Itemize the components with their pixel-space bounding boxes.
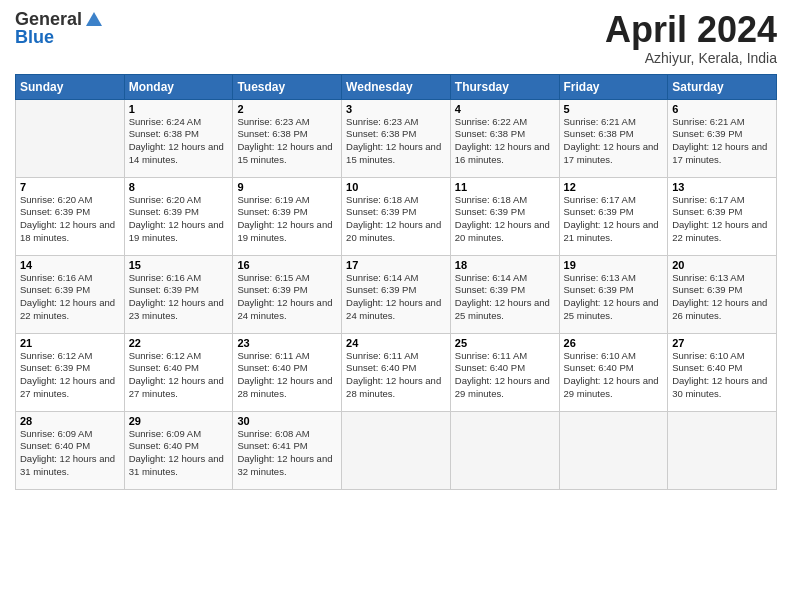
day-info: Sunrise: 6:15 AMSunset: 6:39 PMDaylight:… bbox=[237, 272, 337, 323]
day-info: Sunrise: 6:17 AMSunset: 6:39 PMDaylight:… bbox=[672, 194, 772, 245]
calendar-day-header: Saturday bbox=[668, 74, 777, 99]
calendar-cell bbox=[342, 411, 451, 489]
day-number: 18 bbox=[455, 259, 555, 271]
day-number: 21 bbox=[20, 337, 120, 349]
calendar-day-header: Thursday bbox=[450, 74, 559, 99]
location: Azhiyur, Kerala, India bbox=[605, 50, 777, 66]
day-info: Sunrise: 6:20 AMSunset: 6:39 PMDaylight:… bbox=[129, 194, 229, 245]
calendar-cell: 4Sunrise: 6:22 AMSunset: 6:38 PMDaylight… bbox=[450, 99, 559, 177]
day-info: Sunrise: 6:17 AMSunset: 6:39 PMDaylight:… bbox=[564, 194, 664, 245]
logo: General Blue bbox=[15, 10, 104, 48]
day-number: 15 bbox=[129, 259, 229, 271]
day-info: Sunrise: 6:11 AMSunset: 6:40 PMDaylight:… bbox=[455, 350, 555, 401]
calendar-cell: 22Sunrise: 6:12 AMSunset: 6:40 PMDayligh… bbox=[124, 333, 233, 411]
day-info: Sunrise: 6:12 AMSunset: 6:40 PMDaylight:… bbox=[129, 350, 229, 401]
day-info: Sunrise: 6:10 AMSunset: 6:40 PMDaylight:… bbox=[564, 350, 664, 401]
month-title: April 2024 bbox=[605, 10, 777, 50]
day-info: Sunrise: 6:21 AMSunset: 6:39 PMDaylight:… bbox=[672, 116, 772, 167]
calendar-cell: 24Sunrise: 6:11 AMSunset: 6:40 PMDayligh… bbox=[342, 333, 451, 411]
calendar-day-header: Wednesday bbox=[342, 74, 451, 99]
day-number: 26 bbox=[564, 337, 664, 349]
title-block: April 2024 Azhiyur, Kerala, India bbox=[605, 10, 777, 66]
calendar-cell: 20Sunrise: 6:13 AMSunset: 6:39 PMDayligh… bbox=[668, 255, 777, 333]
calendar-cell: 6Sunrise: 6:21 AMSunset: 6:39 PMDaylight… bbox=[668, 99, 777, 177]
calendar-cell: 29Sunrise: 6:09 AMSunset: 6:40 PMDayligh… bbox=[124, 411, 233, 489]
day-number: 22 bbox=[129, 337, 229, 349]
calendar-week-row: 14Sunrise: 6:16 AMSunset: 6:39 PMDayligh… bbox=[16, 255, 777, 333]
calendar-cell: 26Sunrise: 6:10 AMSunset: 6:40 PMDayligh… bbox=[559, 333, 668, 411]
calendar-day-header: Tuesday bbox=[233, 74, 342, 99]
day-number: 9 bbox=[237, 181, 337, 193]
header: General Blue April 2024 Azhiyur, Kerala,… bbox=[15, 10, 777, 66]
calendar-cell: 18Sunrise: 6:14 AMSunset: 6:39 PMDayligh… bbox=[450, 255, 559, 333]
day-number: 11 bbox=[455, 181, 555, 193]
day-info: Sunrise: 6:08 AMSunset: 6:41 PMDaylight:… bbox=[237, 428, 337, 479]
day-info: Sunrise: 6:09 AMSunset: 6:40 PMDaylight:… bbox=[129, 428, 229, 479]
calendar-cell bbox=[559, 411, 668, 489]
day-info: Sunrise: 6:20 AMSunset: 6:39 PMDaylight:… bbox=[20, 194, 120, 245]
calendar-week-row: 7Sunrise: 6:20 AMSunset: 6:39 PMDaylight… bbox=[16, 177, 777, 255]
calendar-day-header: Monday bbox=[124, 74, 233, 99]
calendar-cell: 11Sunrise: 6:18 AMSunset: 6:39 PMDayligh… bbox=[450, 177, 559, 255]
day-info: Sunrise: 6:24 AMSunset: 6:38 PMDaylight:… bbox=[129, 116, 229, 167]
calendar-cell: 1Sunrise: 6:24 AMSunset: 6:38 PMDaylight… bbox=[124, 99, 233, 177]
calendar-week-row: 1Sunrise: 6:24 AMSunset: 6:38 PMDaylight… bbox=[16, 99, 777, 177]
calendar-cell: 28Sunrise: 6:09 AMSunset: 6:40 PMDayligh… bbox=[16, 411, 125, 489]
calendar-cell: 27Sunrise: 6:10 AMSunset: 6:40 PMDayligh… bbox=[668, 333, 777, 411]
day-number: 28 bbox=[20, 415, 120, 427]
calendar-cell: 2Sunrise: 6:23 AMSunset: 6:38 PMDaylight… bbox=[233, 99, 342, 177]
calendar-table: SundayMondayTuesdayWednesdayThursdayFrid… bbox=[15, 74, 777, 490]
day-number: 3 bbox=[346, 103, 446, 115]
day-info: Sunrise: 6:16 AMSunset: 6:39 PMDaylight:… bbox=[129, 272, 229, 323]
calendar-day-header: Sunday bbox=[16, 74, 125, 99]
calendar-cell: 15Sunrise: 6:16 AMSunset: 6:39 PMDayligh… bbox=[124, 255, 233, 333]
calendar-cell: 25Sunrise: 6:11 AMSunset: 6:40 PMDayligh… bbox=[450, 333, 559, 411]
calendar-cell bbox=[16, 99, 125, 177]
day-info: Sunrise: 6:10 AMSunset: 6:40 PMDaylight:… bbox=[672, 350, 772, 401]
day-number: 19 bbox=[564, 259, 664, 271]
svg-marker-0 bbox=[86, 12, 102, 26]
day-info: Sunrise: 6:16 AMSunset: 6:39 PMDaylight:… bbox=[20, 272, 120, 323]
day-info: Sunrise: 6:22 AMSunset: 6:38 PMDaylight:… bbox=[455, 116, 555, 167]
day-number: 12 bbox=[564, 181, 664, 193]
page-container: General Blue April 2024 Azhiyur, Kerala,… bbox=[0, 0, 792, 500]
logo-blue: Blue bbox=[15, 28, 104, 48]
day-info: Sunrise: 6:18 AMSunset: 6:39 PMDaylight:… bbox=[455, 194, 555, 245]
day-number: 23 bbox=[237, 337, 337, 349]
day-number: 5 bbox=[564, 103, 664, 115]
day-info: Sunrise: 6:12 AMSunset: 6:39 PMDaylight:… bbox=[20, 350, 120, 401]
day-info: Sunrise: 6:14 AMSunset: 6:39 PMDaylight:… bbox=[346, 272, 446, 323]
calendar-cell: 17Sunrise: 6:14 AMSunset: 6:39 PMDayligh… bbox=[342, 255, 451, 333]
day-number: 8 bbox=[129, 181, 229, 193]
day-info: Sunrise: 6:09 AMSunset: 6:40 PMDaylight:… bbox=[20, 428, 120, 479]
calendar-week-row: 28Sunrise: 6:09 AMSunset: 6:40 PMDayligh… bbox=[16, 411, 777, 489]
day-info: Sunrise: 6:21 AMSunset: 6:38 PMDaylight:… bbox=[564, 116, 664, 167]
day-number: 17 bbox=[346, 259, 446, 271]
day-info: Sunrise: 6:23 AMSunset: 6:38 PMDaylight:… bbox=[237, 116, 337, 167]
calendar-cell: 19Sunrise: 6:13 AMSunset: 6:39 PMDayligh… bbox=[559, 255, 668, 333]
calendar-cell: 30Sunrise: 6:08 AMSunset: 6:41 PMDayligh… bbox=[233, 411, 342, 489]
day-number: 1 bbox=[129, 103, 229, 115]
calendar-cell bbox=[668, 411, 777, 489]
day-number: 2 bbox=[237, 103, 337, 115]
day-number: 20 bbox=[672, 259, 772, 271]
calendar-cell: 9Sunrise: 6:19 AMSunset: 6:39 PMDaylight… bbox=[233, 177, 342, 255]
day-info: Sunrise: 6:18 AMSunset: 6:39 PMDaylight:… bbox=[346, 194, 446, 245]
logo-icon bbox=[84, 10, 104, 30]
calendar-cell: 16Sunrise: 6:15 AMSunset: 6:39 PMDayligh… bbox=[233, 255, 342, 333]
day-info: Sunrise: 6:13 AMSunset: 6:39 PMDaylight:… bbox=[672, 272, 772, 323]
calendar-cell: 23Sunrise: 6:11 AMSunset: 6:40 PMDayligh… bbox=[233, 333, 342, 411]
calendar-cell: 7Sunrise: 6:20 AMSunset: 6:39 PMDaylight… bbox=[16, 177, 125, 255]
day-number: 24 bbox=[346, 337, 446, 349]
day-number: 6 bbox=[672, 103, 772, 115]
calendar-cell bbox=[450, 411, 559, 489]
calendar-cell: 3Sunrise: 6:23 AMSunset: 6:38 PMDaylight… bbox=[342, 99, 451, 177]
day-number: 7 bbox=[20, 181, 120, 193]
day-info: Sunrise: 6:19 AMSunset: 6:39 PMDaylight:… bbox=[237, 194, 337, 245]
calendar-cell: 13Sunrise: 6:17 AMSunset: 6:39 PMDayligh… bbox=[668, 177, 777, 255]
day-info: Sunrise: 6:14 AMSunset: 6:39 PMDaylight:… bbox=[455, 272, 555, 323]
day-number: 29 bbox=[129, 415, 229, 427]
day-number: 30 bbox=[237, 415, 337, 427]
calendar-cell: 10Sunrise: 6:18 AMSunset: 6:39 PMDayligh… bbox=[342, 177, 451, 255]
day-info: Sunrise: 6:13 AMSunset: 6:39 PMDaylight:… bbox=[564, 272, 664, 323]
